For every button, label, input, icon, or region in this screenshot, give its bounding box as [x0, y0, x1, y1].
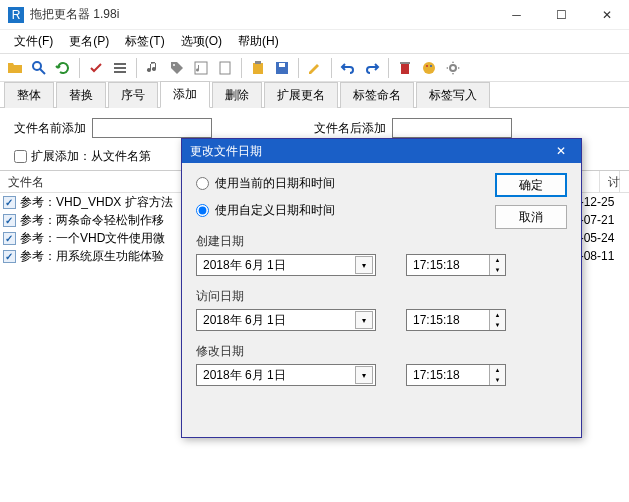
palette-icon[interactable]	[418, 57, 440, 79]
svg-point-15	[426, 65, 428, 67]
row-checkbox-icon[interactable]: ✓	[3, 250, 16, 263]
spin-down-icon[interactable]: ▼	[489, 265, 505, 275]
spin-down-icon[interactable]: ▼	[489, 375, 505, 385]
svg-rect-7	[220, 62, 230, 74]
svg-point-17	[450, 65, 456, 71]
modify-time-value: 17:15:18	[407, 368, 489, 382]
row-checkbox-icon[interactable]: ✓	[3, 196, 16, 209]
prefix-input[interactable]	[92, 118, 212, 138]
spin-down-icon[interactable]: ▼	[489, 320, 505, 330]
dialog-title: 更改文件日期	[190, 143, 549, 160]
modify-date-picker[interactable]: 2018年 6月 1日 ▾	[196, 364, 376, 386]
col-extra[interactable]: 讨	[600, 171, 620, 192]
tab-whole[interactable]: 整体	[4, 82, 54, 108]
check-icon[interactable]	[85, 57, 107, 79]
toolbar	[0, 54, 629, 82]
spin-up-icon[interactable]: ▲	[489, 365, 505, 375]
modify-time-picker[interactable]: 17:15:18 ▲▼	[406, 364, 506, 386]
access-time-value: 17:15:18	[407, 313, 489, 327]
svg-rect-11	[279, 63, 285, 67]
tab-add[interactable]: 添加	[160, 81, 210, 108]
group-modify-label: 修改日期	[196, 343, 567, 360]
modify-date-value: 2018年 6月 1日	[197, 367, 355, 384]
access-date-picker[interactable]: 2018年 6月 1日 ▾	[196, 309, 376, 331]
undo-icon[interactable]	[337, 57, 359, 79]
access-date-value: 2018年 6月 1日	[197, 312, 355, 329]
create-date-picker[interactable]: 2018年 6月 1日 ▾	[196, 254, 376, 276]
folder-open-icon[interactable]	[4, 57, 26, 79]
radio-use-now-input[interactable]	[196, 177, 209, 190]
radio-use-now-label: 使用当前的日期和时间	[215, 175, 335, 192]
create-time-value: 17:15:18	[407, 258, 489, 272]
row-checkbox-icon[interactable]: ✓	[3, 232, 16, 245]
access-time-picker[interactable]: 17:15:18 ▲▼	[406, 309, 506, 331]
tab-tag-name[interactable]: 标签命名	[340, 82, 414, 108]
row-checkbox-icon[interactable]: ✓	[3, 214, 16, 227]
dialog-close-icon[interactable]: ✕	[549, 144, 573, 158]
svg-rect-12	[401, 64, 409, 74]
tabbar: 整体 替换 序号 添加 删除 扩展更名 标签命名 标签写入	[0, 82, 629, 108]
dialog-titlebar[interactable]: 更改文件日期 ✕	[182, 139, 581, 163]
save-icon[interactable]	[271, 57, 293, 79]
delete-icon[interactable]	[394, 57, 416, 79]
search-icon[interactable]	[28, 57, 50, 79]
app-icon: R	[8, 7, 24, 23]
calendar-dropdown-icon[interactable]: ▾	[355, 256, 373, 274]
spin-up-icon[interactable]: ▲	[489, 255, 505, 265]
group-access-label: 访问日期	[196, 288, 567, 305]
svg-point-16	[430, 65, 432, 67]
refresh-icon[interactable]	[52, 57, 74, 79]
calendar-dropdown-icon[interactable]: ▾	[355, 311, 373, 329]
radio-use-custom-input[interactable]	[196, 204, 209, 217]
tag-icon[interactable]	[166, 57, 188, 79]
spin-up-icon[interactable]: ▲	[489, 310, 505, 320]
create-time-picker[interactable]: 17:15:18 ▲▼	[406, 254, 506, 276]
ext-add-label: 扩展添加：从文件名第	[31, 148, 151, 165]
svg-rect-2	[114, 63, 126, 65]
paste-icon[interactable]	[247, 57, 269, 79]
svg-rect-4	[114, 71, 126, 73]
create-date-value: 2018年 6月 1日	[197, 257, 355, 274]
group-access: 访问日期 2018年 6月 1日 ▾ 17:15:18 ▲▼	[196, 288, 567, 331]
menu-file[interactable]: 文件(F)	[6, 30, 61, 53]
svg-rect-3	[114, 67, 126, 69]
tab-number[interactable]: 序号	[108, 82, 158, 108]
edit-icon[interactable]	[304, 57, 326, 79]
calendar-dropdown-icon[interactable]: ▾	[355, 366, 373, 384]
maximize-button[interactable]: ☐	[539, 0, 584, 30]
music-list-icon[interactable]	[190, 57, 212, 79]
menu-help[interactable]: 帮助(H)	[230, 30, 287, 53]
menu-rename[interactable]: 更名(P)	[61, 30, 117, 53]
menubar: 文件(F) 更名(P) 标签(T) 选项(O) 帮助(H)	[0, 30, 629, 54]
tab-delete[interactable]: 删除	[212, 82, 262, 108]
menu-options[interactable]: 选项(O)	[173, 30, 230, 53]
gear-icon[interactable]	[442, 57, 464, 79]
svg-point-0	[33, 62, 41, 70]
suffix-input[interactable]	[392, 118, 512, 138]
radio-use-custom-label: 使用自定义日期和时间	[215, 202, 335, 219]
group-create-label: 创建日期	[196, 233, 567, 250]
svg-point-14	[423, 62, 435, 74]
ext-add-checkbox[interactable]	[14, 150, 27, 163]
svg-rect-13	[400, 62, 410, 64]
tab-replace[interactable]: 替换	[56, 82, 106, 108]
suffix-label: 文件名后添加	[314, 120, 386, 137]
prefix-label: 文件名前添加	[14, 120, 86, 137]
tab-tag-write[interactable]: 标签写入	[416, 82, 490, 108]
titlebar: R 拖把更名器 1.98i ─ ☐ ✕	[0, 0, 629, 30]
document-icon[interactable]	[214, 57, 236, 79]
svg-rect-9	[255, 61, 261, 64]
cancel-button[interactable]: 取消	[495, 205, 567, 229]
redo-icon[interactable]	[361, 57, 383, 79]
list-icon[interactable]	[109, 57, 131, 79]
ok-button[interactable]: 确定	[495, 173, 567, 197]
change-date-dialog: 更改文件日期 ✕ 确定 取消 使用当前的日期和时间 使用自定义日期和时间 创建日…	[181, 138, 582, 438]
minimize-button[interactable]: ─	[494, 0, 539, 30]
menu-tag[interactable]: 标签(T)	[117, 30, 172, 53]
svg-rect-6	[195, 62, 207, 74]
close-button[interactable]: ✕	[584, 0, 629, 30]
tab-ext-rename[interactable]: 扩展更名	[264, 82, 338, 108]
music-note-icon[interactable]	[142, 57, 164, 79]
window-title: 拖把更名器 1.98i	[30, 6, 494, 23]
svg-point-5	[173, 64, 175, 66]
